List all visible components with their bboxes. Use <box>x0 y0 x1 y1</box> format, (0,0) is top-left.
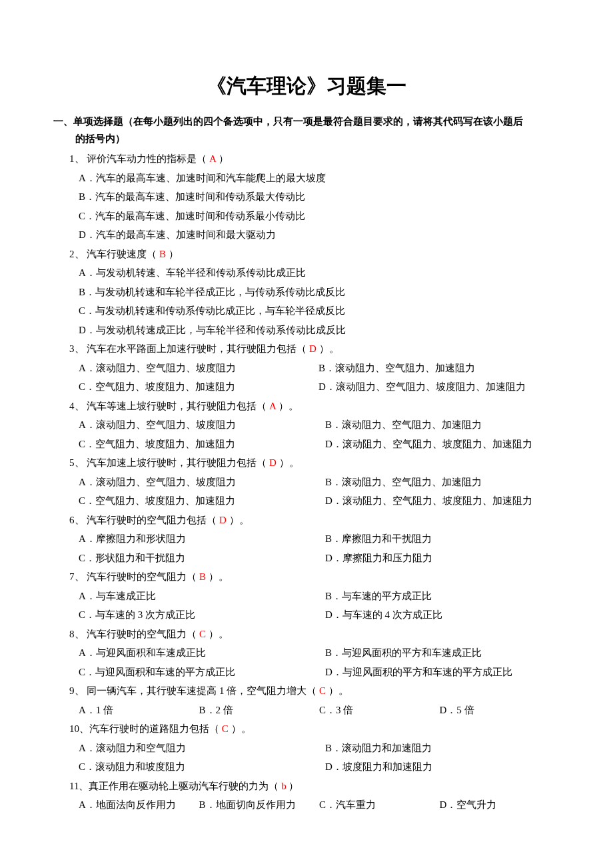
q8-stem: 8、 汽车行驶时的空气阻力（ C ）。 <box>69 625 560 644</box>
q8-options: A．与迎风面积和车速成正比 B．与迎风面积的平方和车速成正比 C．与迎风面积和车… <box>69 643 560 681</box>
q4-opt-c: C．空气阻力、坡度阻力、加速阻力 <box>79 435 325 454</box>
q5-opt-b: B．滚动阻力、空气阻力、加速阻力 <box>325 473 560 492</box>
q11-opt-a: A．地面法向反作用力 <box>79 795 199 815</box>
q3-opt-d: D．滚动阻力、空气阻力、坡度阻力、加速阻力 <box>318 377 526 397</box>
q1-opt-c: C．汽车的最高车速、加速时间和传动系最小传动比 <box>79 207 560 226</box>
question-11: 11、真正作用在驱动轮上驱动汽车行驶的力为（ b ） A．地面法向反作用力 B．… <box>53 777 560 815</box>
q8-answer: C <box>199 629 206 639</box>
q11-opt-b: B．地面切向反作用力 <box>199 795 320 815</box>
q1-options: A．汽车的最高车速、加速时间和汽车能爬上的最大坡度 B．汽车的最高车速、加速时间… <box>69 169 560 245</box>
q11-stem: 11、真正作用在驱动轮上驱动汽车行驶的力为（ b ） <box>69 777 560 796</box>
q4-opt-b: B．滚动阻力、空气阻力、加速阻力 <box>325 415 560 435</box>
q10-opt-c: C．滚动阻力和坡度阻力 <box>79 757 325 777</box>
q5-options: A．滚动阻力、空气阻力、坡度阻力 B．滚动阻力、空气阻力、加速阻力 C．空气阻力… <box>69 473 560 511</box>
q2-opt-c: C．与发动机转速和传动系传动比成正比，与车轮半径成反比 <box>79 301 560 321</box>
q3-stem: 3、 汽车在水平路面上加速行驶时，其行驶阻力包括（ D ）。 <box>69 339 560 359</box>
q2-opt-d: D．与发动机转速成正比，与车轮半径和传动系传动比成反比 <box>79 321 560 340</box>
q11-opt-c: C．汽车重力 <box>319 795 440 815</box>
q9-opt-d: D．5 倍 <box>440 701 560 720</box>
q9-opt-a: A．1 倍 <box>79 701 199 720</box>
q4-opt-d: D．滚动阻力、空气阻力、坡度阻力、加速阻力 <box>325 435 560 454</box>
q4-options: A．滚动阻力、空气阻力、坡度阻力 B．滚动阻力、空气阻力、加速阻力 C．空气阻力… <box>69 415 560 453</box>
q1-opt-d: D．汽车的最高车速、加速时间和最大驱动力 <box>79 225 560 245</box>
q9-stem: 9、 同一辆汽车，其行驶车速提高 1 倍，空气阻力增大（ C ）。 <box>69 681 560 701</box>
q9-opt-b: B．2 倍 <box>199 701 320 720</box>
q7-opt-b: B．与车速的平方成正比 <box>325 587 560 606</box>
question-1: 1、 评价汽车动力性的指标是（ A ） A．汽车的最高车速、加速时间和汽车能爬上… <box>53 149 560 245</box>
q4-opt-a: A．滚动阻力、空气阻力、坡度阻力 <box>79 415 325 435</box>
q10-opt-d: D．坡度阻力和加速阻力 <box>325 757 560 777</box>
q5-opt-d: D．滚动阻力、空气阻力、坡度阻力、加速阻力 <box>325 491 560 511</box>
q2-opt-b: B．与发动机转速和车轮半径成正比，与传动系传动比成反比 <box>79 283 560 302</box>
q7-opt-a: A．与车速成正比 <box>79 587 325 606</box>
question-5: 5、 汽车加速上坡行驶时，其行驶阻力包括（ D ）。 A．滚动阻力、空气阻力、坡… <box>53 453 560 511</box>
q6-options: A．摩擦阻力和形状阻力 B．摩擦阻力和干扰阻力 C．形状阻力和干扰阻力 D．摩擦… <box>69 529 560 567</box>
q7-stem: 7、 汽车行驶时的空气阻力（ B ）。 <box>69 567 560 587</box>
q10-opt-b: B．滚动阻力和加速阻力 <box>325 739 560 758</box>
question-9: 9、 同一辆汽车，其行驶车速提高 1 倍，空气阻力增大（ C ）。 A．1 倍 … <box>53 681 560 719</box>
q10-answer: C <box>222 723 229 734</box>
question-8: 8、 汽车行驶时的空气阻力（ C ）。 A．与迎风面积和车速成正比 B．与迎风面… <box>53 625 560 682</box>
q8-opt-d: D．与迎风面积的平方和车速的平方成正比 <box>325 663 560 682</box>
page-title: 《汽车理论》习题集一 <box>53 67 560 105</box>
q1-opt-b: B．汽车的最高车速、加速时间和传动系最大传动比 <box>79 187 560 207</box>
q2-answer: B <box>159 249 166 259</box>
q4-stem: 4、 汽车等速上坡行驶时，其行驶阻力包括（ A ）。 <box>69 397 560 416</box>
q3-opt-b: B．滚动阻力、空气阻力、加速阻力 <box>318 359 475 378</box>
q5-opt-c: C．空气阻力、坡度阻力、加速阻力 <box>79 491 325 511</box>
q3-opt-c: C．空气阻力、坡度阻力、加速阻力 <box>79 377 318 397</box>
q3-opt-a: A．滚动阻力、空气阻力、坡度阻力 <box>79 359 318 378</box>
q7-answer: B <box>199 571 206 582</box>
section-heading-line2: 的括号内） <box>53 130 560 147</box>
question-10: 10、汽车行驶时的道路阻力包括（ C ）。 A．滚动阻力和空气阻力 B．滚动阻力… <box>53 719 560 777</box>
q4-answer: A <box>269 401 276 411</box>
section-heading: 一、单项选择题（在每小题列出的四个备选项中，只有一项是最符合题目要求的，请将其代… <box>53 113 560 147</box>
q9-opt-c: C．3 倍 <box>319 701 440 720</box>
q11-answer: b <box>281 781 287 791</box>
section-heading-line1: 一、单项选择题（在每小题列出的四个备选项中，只有一项是最符合题目要求的，请将其代… <box>53 115 523 127</box>
q6-answer: D <box>219 515 227 525</box>
q10-options: A．滚动阻力和空气阻力 B．滚动阻力和加速阻力 C．滚动阻力和坡度阻力 D．坡度… <box>69 739 560 777</box>
q3-answer: D <box>309 343 316 354</box>
question-7: 7、 汽车行驶时的空气阻力（ B ）。 A．与车速成正比 B．与车速的平方成正比… <box>53 567 560 625</box>
q6-stem: 6、 汽车行驶时的空气阻力包括（ D ）。 <box>69 511 560 530</box>
q6-opt-c: C．形状阻力和干扰阻力 <box>79 549 325 568</box>
q1-stem: 1、 评价汽车动力性的指标是（ A ） <box>69 149 560 169</box>
question-3: 3、 汽车在水平路面上加速行驶时，其行驶阻力包括（ D ）。 A．滚动阻力、空气… <box>53 339 560 397</box>
q5-stem: 5、 汽车加速上坡行驶时，其行驶阻力包括（ D ）。 <box>69 453 560 473</box>
question-4: 4、 汽车等速上坡行驶时，其行驶阻力包括（ A ）。 A．滚动阻力、空气阻力、坡… <box>53 397 560 454</box>
q7-opt-d: D．与车速的 4 次方成正比 <box>325 605 560 625</box>
q6-opt-a: A．摩擦阻力和形状阻力 <box>79 529 325 549</box>
q5-opt-a: A．滚动阻力、空气阻力、坡度阻力 <box>79 473 325 492</box>
q9-answer: C <box>319 685 326 696</box>
q10-opt-a: A．滚动阻力和空气阻力 <box>79 739 325 758</box>
question-6: 6、 汽车行驶时的空气阻力包括（ D ）。 A．摩擦阻力和形状阻力 B．摩擦阻力… <box>53 511 560 568</box>
question-2: 2、 汽车行驶速度（ B ） A．与发动机转速、车轮半径和传动系传动比成正比 B… <box>53 245 560 340</box>
q1-answer: A <box>209 153 216 164</box>
q8-opt-b: B．与迎风面积的平方和车速成正比 <box>325 643 560 663</box>
q6-opt-d: D．摩擦阻力和压力阻力 <box>325 549 560 568</box>
q3-options: A．滚动阻力、空气阻力、坡度阻力 B．滚动阻力、空气阻力、加速阻力 C．空气阻力… <box>69 359 560 397</box>
q7-options: A．与车速成正比 B．与车速的平方成正比 C．与车速的 3 次方成正比 D．与车… <box>69 587 560 625</box>
q11-options: A．地面法向反作用力 B．地面切向反作用力 C．汽车重力 D．空气升力 <box>69 795 560 815</box>
q10-stem: 10、汽车行驶时的道路阻力包括（ C ）。 <box>69 719 560 739</box>
q6-opt-b: B．摩擦阻力和干扰阻力 <box>325 529 560 549</box>
q2-opt-a: A．与发动机转速、车轮半径和传动系传动比成正比 <box>79 263 560 283</box>
q8-opt-a: A．与迎风面积和车速成正比 <box>79 643 325 663</box>
q2-options: A．与发动机转速、车轮半径和传动系传动比成正比 B．与发动机转速和车轮半径成正比… <box>69 263 560 339</box>
q5-answer: D <box>269 457 277 468</box>
q8-opt-c: C．与迎风面积和车速的平方成正比 <box>79 663 325 682</box>
q7-opt-c: C．与车速的 3 次方成正比 <box>79 605 325 625</box>
q2-stem: 2、 汽车行驶速度（ B ） <box>69 245 560 264</box>
q9-options: A．1 倍 B．2 倍 C．3 倍 D．5 倍 <box>69 701 560 720</box>
q1-opt-a: A．汽车的最高车速、加速时间和汽车能爬上的最大坡度 <box>79 169 560 188</box>
q11-opt-d: D．空气升力 <box>440 795 560 815</box>
